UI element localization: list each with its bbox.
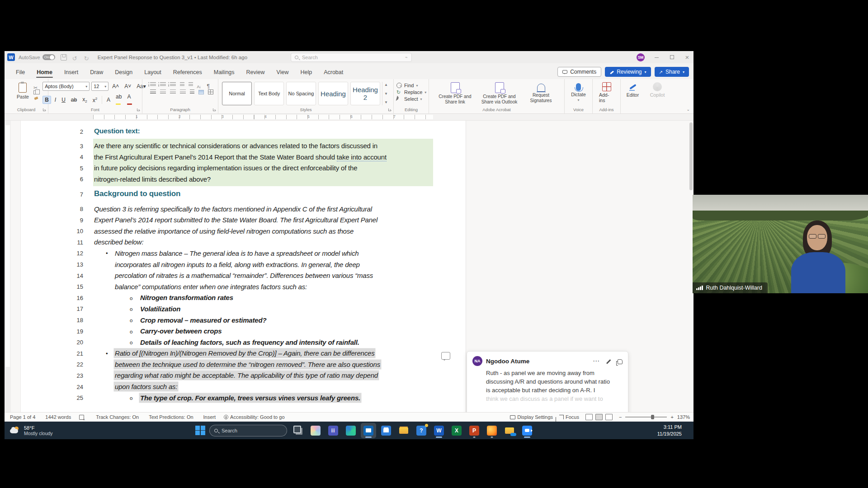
line-text[interactable]: Question 3 is referring specifically to … xyxy=(94,205,372,213)
line-text[interactable]: Nitrogen transformation rates xyxy=(140,294,233,301)
font-color-button[interactable]: A xyxy=(125,93,134,107)
taskbar-search-box[interactable]: Search xyxy=(209,425,287,436)
share-button[interactable]: Share ▾ xyxy=(655,67,689,77)
line-text[interactable]: Question text: xyxy=(94,127,140,135)
comment-anchor-icon[interactable] xyxy=(441,352,450,360)
tab-view[interactable]: View xyxy=(272,66,294,79)
doc-line[interactable]: 12 • Nitrogen mass balance – The general… xyxy=(5,248,693,259)
taskbar-word-icon[interactable] xyxy=(431,423,447,438)
subscript-button[interactable]: x2 xyxy=(80,96,89,104)
decrease-indent-icon[interactable] xyxy=(180,82,184,87)
select-button[interactable]: Select ▾ xyxy=(396,96,422,102)
line-text[interactable]: the First Agricultural Expert Panel’s 20… xyxy=(94,153,387,161)
doc-line[interactable]: 19 o Carry-over between crops xyxy=(5,326,693,338)
numbered-list-icon[interactable] xyxy=(160,82,166,87)
close-button[interactable] xyxy=(684,53,691,61)
zoom-out-button[interactable]: − xyxy=(619,414,622,420)
line-text[interactable]: The type of crop. For example, trees ver… xyxy=(140,394,360,402)
insert-mode-indicator[interactable]: Insert xyxy=(202,414,216,420)
font-size-combo[interactable]: 12▾ xyxy=(91,82,108,91)
taskbar-get-help-icon[interactable] xyxy=(414,423,429,438)
styles-dialog-launcher[interactable] xyxy=(388,108,392,112)
line-text[interactable]: upon factors such as: xyxy=(115,383,177,390)
gallery-more-icon[interactable]: ▼ xyxy=(382,100,390,104)
doc-line[interactable]: 16 o Nitrogen transformation rates xyxy=(5,293,693,304)
comments-button[interactable]: Comments xyxy=(557,67,601,77)
tab-file[interactable]: File xyxy=(11,66,30,79)
line-spacing-icon[interactable] xyxy=(190,89,194,94)
collapse-ribbon-icon[interactable]: ⌄ xyxy=(686,107,690,112)
dictate-button[interactable]: Dictate ▾ xyxy=(567,82,590,102)
doc-line[interactable]: 10 assessed the relative importance of u… xyxy=(5,226,693,237)
doc-line[interactable]: 17 o Volatilization xyxy=(5,304,693,315)
zoom-slider-knob[interactable] xyxy=(651,415,654,419)
doc-line[interactable]: 11 described below: xyxy=(5,237,693,249)
line-text[interactable]: balance” computations enter when one int… xyxy=(115,283,307,291)
doc-line[interactable]: 5 in future policy decisions regarding i… xyxy=(5,163,693,174)
style-no-spacing[interactable]: No Spacing xyxy=(286,82,316,105)
vertical-scrollbar[interactable] xyxy=(689,122,693,190)
minimize-button[interactable] xyxy=(653,54,660,61)
request-signatures-button[interactable]: Request Signatures xyxy=(523,82,559,105)
taskbar-excel-icon[interactable] xyxy=(449,423,464,438)
bold-button[interactable]: B xyxy=(42,96,51,104)
line-text[interactable]: Expert Panel’s 2014 report submitted to … xyxy=(94,216,377,224)
line-text[interactable]: percolation of nitrates is a mathematica… xyxy=(115,272,373,279)
paste-button[interactable]: Paste xyxy=(13,82,33,102)
doc-line[interactable]: 13 incorporates all nitrogen inputs to a… xyxy=(5,259,693,271)
sort-icon[interactable] xyxy=(197,82,203,87)
taskbar-copilot-icon[interactable] xyxy=(308,423,323,438)
copilot-button[interactable]: Copilot xyxy=(646,82,669,98)
font-name-combo[interactable]: Aptos (Body)▾ xyxy=(42,82,90,91)
cut-icon[interactable] xyxy=(33,83,39,89)
focus-button[interactable]: Focus xyxy=(559,414,579,420)
edit-comment-icon[interactable] xyxy=(606,358,611,364)
format-painter-icon[interactable] xyxy=(33,96,39,102)
tab-home[interactable]: Home xyxy=(32,66,57,79)
doc-line[interactable]: 6 nitrogen-related limits described abov… xyxy=(5,174,693,185)
doc-line[interactable]: 18 o Crop removal – measured or estimate… xyxy=(5,315,693,326)
grow-font-button[interactable]: A˄ xyxy=(110,83,121,90)
justify-icon[interactable] xyxy=(180,89,186,94)
more-options-icon[interactable] xyxy=(593,357,599,365)
style-heading-2[interactable]: Heading 2 xyxy=(350,82,380,105)
titlebar-search-box[interactable]: Search ⌁ xyxy=(291,53,412,62)
line-text[interactable]: Are there any scientific or technical co… xyxy=(94,142,377,150)
doc-line[interactable]: 9 Expert Panel’s 2014 report submitted t… xyxy=(5,215,693,226)
taskbar-file-explorer-icon[interactable] xyxy=(396,423,411,438)
line-text[interactable]: Crop removal – measured or estimated? xyxy=(140,316,266,324)
style-text-body[interactable]: Text Body xyxy=(254,82,284,105)
line-text[interactable]: Ratio of [(Nitrogen In)/(Nitrogen Remove… xyxy=(115,349,374,357)
bullet-list-icon[interactable] xyxy=(150,82,156,87)
addins-button[interactable]: Add-ins xyxy=(595,82,618,103)
font-dialog-launcher[interactable] xyxy=(137,108,141,112)
tab-help[interactable]: Help xyxy=(295,66,317,79)
line-text[interactable]: assessed the relative importance of usin… xyxy=(94,227,354,235)
create-pdf-share-link-button[interactable]: Create PDF and Share link xyxy=(434,82,476,105)
styles-gallery-scroll[interactable]: ▲ ▼ ▼ xyxy=(382,82,390,105)
taskbar-task-view-button[interactable] xyxy=(290,423,306,438)
italic-button[interactable]: I xyxy=(53,96,58,103)
line-text[interactable]: Nitrogen mass balance – The general idea… xyxy=(115,249,359,257)
align-left-icon[interactable] xyxy=(150,89,156,94)
doc-line[interactable]: 14 percolation of nitrates is a mathemat… xyxy=(5,271,693,282)
taskbar-zoom-icon[interactable] xyxy=(519,423,535,438)
like-comment-icon[interactable] xyxy=(618,359,623,364)
line-text[interactable]: described below: xyxy=(94,238,143,246)
style-heading[interactable]: Heading xyxy=(318,82,348,105)
highlight-color-button[interactable]: ab xyxy=(114,93,123,107)
replace-button[interactable]: Replace ▾ xyxy=(396,89,426,95)
increase-indent-icon[interactable] xyxy=(189,82,193,87)
taskbar-store-icon[interactable] xyxy=(378,423,394,438)
line-text[interactable]: Details of leaching factors, such as fre… xyxy=(140,338,359,346)
taskbar-weather-widget[interactable]: 58°F Mostly cloudy xyxy=(10,425,53,436)
participant-video-tile[interactable]: Ruth Dahlquist-Willard xyxy=(693,195,868,293)
superscript-button[interactable]: x2 xyxy=(91,96,99,104)
tab-insert[interactable]: Insert xyxy=(59,66,83,79)
line-text[interactable]: in future policy decisions regarding imp… xyxy=(94,164,357,172)
line-text[interactable]: between the technique used to determine … xyxy=(115,361,380,368)
tab-mailings[interactable]: Mailings xyxy=(209,66,240,79)
document-title[interactable]: Expert Panel Response to Question 3_v1 •… xyxy=(98,55,247,60)
doc-line[interactable]: 20 o Details of leaching factors, such a… xyxy=(5,337,693,348)
line-text[interactable]: incorporates all nitrogen inputs to a fi… xyxy=(115,261,360,268)
